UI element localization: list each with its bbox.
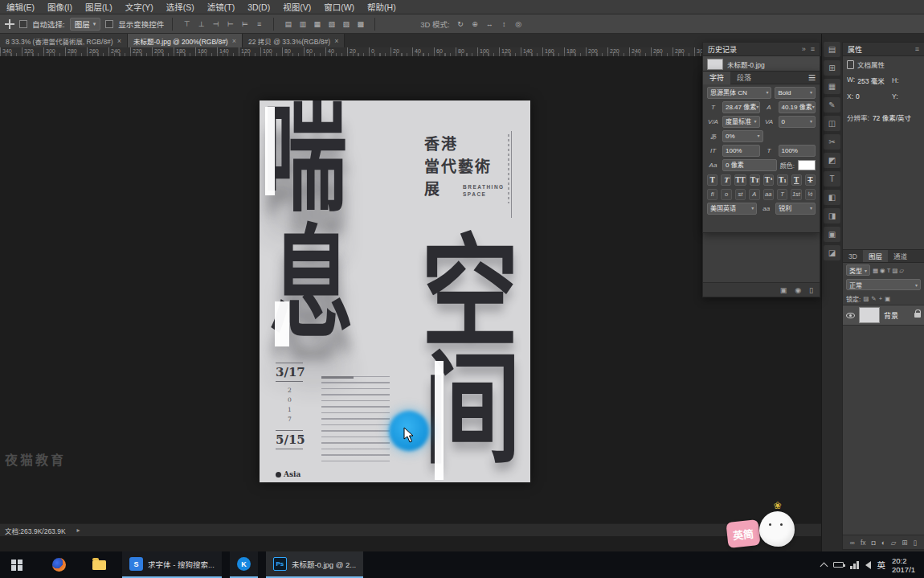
tracking-dropdown[interactable]: 0 ▾ bbox=[779, 116, 816, 128]
layer-row-background[interactable]: 背景 bbox=[843, 305, 924, 326]
all-caps-button[interactable]: TT bbox=[734, 174, 746, 186]
align-icon[interactable]: ⊣ bbox=[210, 18, 222, 30]
layers-footer-icon[interactable]: ⊞ bbox=[902, 539, 907, 547]
leading-field[interactable]: 40.19 像素 ▾ bbox=[779, 101, 816, 113]
menu-item[interactable]: 滤镜(T) bbox=[201, 0, 241, 14]
layer-filter-dropdown[interactable]: 类型 ▾ bbox=[846, 264, 870, 276]
font-size-field[interactable]: 28.47 像素 ▾ bbox=[722, 101, 760, 113]
tab-character[interactable]: 字符 bbox=[703, 72, 730, 84]
blend-mode-dropdown[interactable]: 正常 ▾ bbox=[846, 279, 921, 290]
file-explorer-button[interactable] bbox=[84, 551, 114, 578]
distribute-icon[interactable]: ▦ bbox=[311, 18, 323, 30]
start-button[interactable] bbox=[0, 551, 34, 578]
layers-footer-icon[interactable]: ◘ bbox=[872, 539, 876, 547]
distribute-icon[interactable]: ▩ bbox=[354, 18, 366, 30]
font-family-dropdown[interactable]: 思源黑体 CN ▾ bbox=[707, 87, 771, 99]
text-color-swatch[interactable] bbox=[798, 160, 816, 170]
tab-layers[interactable]: 图层 bbox=[863, 250, 888, 262]
menu-item[interactable]: 视图(V) bbox=[276, 0, 317, 14]
layers-footer-icon[interactable]: fx bbox=[861, 539, 866, 547]
align-icon[interactable]: ⊢ bbox=[224, 18, 236, 30]
faux-bold-button[interactable]: T bbox=[707, 174, 718, 186]
dock-panel-icon[interactable]: ◫ bbox=[824, 116, 840, 131]
show-transform-checkbox[interactable] bbox=[105, 20, 113, 28]
mascot-widget[interactable]: ❀ 英简 bbox=[721, 500, 811, 551]
align-icon[interactable]: ≡ bbox=[253, 18, 265, 30]
lock-option-icon[interactable]: ▣ bbox=[885, 295, 890, 302]
distribute-icon[interactable]: ▨ bbox=[340, 18, 352, 30]
align-icon[interactable]: ⊨ bbox=[239, 18, 251, 30]
menu-item[interactable]: 选择(S) bbox=[160, 0, 201, 14]
small-caps-button[interactable]: Tᴛ bbox=[750, 174, 761, 186]
3d-mode-icon[interactable]: ⊕ bbox=[469, 18, 481, 30]
opentype-feature-button[interactable]: 1st bbox=[791, 189, 801, 200]
font-style-dropdown[interactable]: Bold ▾ bbox=[775, 87, 816, 99]
visibility-eye-icon[interactable] bbox=[846, 313, 855, 318]
lock-option-icon[interactable]: ✎ bbox=[871, 295, 876, 302]
layers-footer-icon[interactable]: ∞ bbox=[850, 539, 855, 547]
auto-select-dropdown[interactable]: 图层 ▾ bbox=[70, 18, 101, 31]
horizontal-ruler[interactable]: 3403203002802602402202001801601401201008… bbox=[0, 47, 821, 57]
faux-italic-button[interactable]: T bbox=[721, 174, 731, 186]
dock-panel-icon[interactable]: ▦ bbox=[824, 79, 840, 94]
menu-item[interactable]: 窗口(W) bbox=[317, 0, 361, 14]
taskbar-app-photoshop[interactable]: Ps 未标题-0.jpg @ 2... bbox=[266, 551, 363, 578]
resolution-value[interactable]: 72 像素/英寸 bbox=[873, 113, 911, 122]
menu-item[interactable]: 3D(D) bbox=[241, 0, 276, 14]
dock-panel-icon[interactable]: T bbox=[824, 171, 840, 187]
collapse-icon[interactable]: » bbox=[802, 45, 806, 53]
dock-panel-icon[interactable]: ◨ bbox=[824, 208, 840, 223]
history-footer-icon[interactable]: ▣ bbox=[780, 286, 787, 294]
dock-panel-icon[interactable]: ◧ bbox=[824, 190, 840, 205]
dock-panel-icon[interactable]: ▣ bbox=[824, 227, 840, 242]
history-footer-icon[interactable]: ▯ bbox=[809, 286, 813, 294]
x-value[interactable]: 0 bbox=[856, 92, 860, 100]
3d-mode-icon[interactable]: ↔ bbox=[484, 18, 496, 30]
tsume-dropdown[interactable]: 0% ▾ bbox=[722, 130, 763, 142]
dock-panel-icon[interactable]: ▤ bbox=[824, 42, 840, 57]
language-dropdown[interactable]: 美国英语 ▾ bbox=[707, 203, 757, 215]
history-snapshot-row[interactable]: 未标题-0.jpg bbox=[703, 56, 820, 72]
input-method-indicator[interactable]: 英 bbox=[877, 559, 886, 571]
document-tab[interactable]: 22 拷贝 @ 33.3%(RGB/8#) × bbox=[243, 34, 345, 47]
horizontal-scale-field[interactable]: 100% bbox=[779, 145, 816, 157]
filter-type-icon[interactable]: ▨ bbox=[892, 267, 897, 274]
distribute-icon[interactable]: ▤ bbox=[282, 18, 294, 30]
volume-icon[interactable] bbox=[865, 561, 871, 569]
dock-panel-icon[interactable]: ✎ bbox=[824, 97, 840, 113]
menu-item[interactable]: 图层(L) bbox=[79, 0, 119, 14]
superscript-button[interactable]: T¹ bbox=[763, 174, 774, 186]
panel-menu-icon[interactable]: ≡ bbox=[808, 71, 820, 85]
opentype-feature-button[interactable]: o bbox=[721, 189, 731, 200]
filter-type-icon[interactable]: T bbox=[887, 267, 891, 274]
baseline-shift-field[interactable]: 0 像素 bbox=[722, 159, 777, 171]
opentype-feature-button[interactable]: fi bbox=[707, 189, 718, 200]
menu-item[interactable]: 帮助(H) bbox=[361, 0, 403, 14]
opentype-feature-button[interactable]: T bbox=[777, 189, 787, 200]
close-icon[interactable]: × bbox=[232, 37, 236, 45]
subscript-button[interactable]: T₁ bbox=[777, 174, 787, 186]
align-icon[interactable]: ⊤ bbox=[181, 18, 193, 30]
layers-footer-icon[interactable]: ▱ bbox=[891, 539, 897, 547]
width-value[interactable]: 253 毫米 bbox=[857, 76, 885, 85]
menu-item[interactable]: 图像(I) bbox=[41, 0, 79, 14]
opentype-feature-button[interactable]: st bbox=[735, 189, 746, 200]
document-tab[interactable]: 8 33.3% (香港當代藝術展, RGB/8#) × bbox=[0, 34, 128, 47]
panel-menu-icon[interactable]: ≡ bbox=[811, 45, 815, 53]
underline-button[interactable]: T bbox=[791, 174, 802, 186]
history-panel-title[interactable]: 历史记录 bbox=[708, 44, 737, 55]
move-tool-icon[interactable] bbox=[5, 19, 14, 29]
close-icon[interactable]: × bbox=[117, 37, 121, 45]
dock-panel-icon[interactable]: ◪ bbox=[824, 245, 840, 260]
distribute-icon[interactable]: ▧ bbox=[325, 18, 337, 30]
dock-panel-icon[interactable]: ✂ bbox=[824, 134, 840, 150]
filter-type-icon[interactable]: ▦ bbox=[873, 267, 878, 274]
tab-channels[interactable]: 通道 bbox=[888, 250, 913, 262]
document-tab-active[interactable]: 未标题-0.jpg @ 200%(RGB/8#) × bbox=[128, 34, 243, 47]
kerning-dropdown[interactable]: 度量标准 ▾ bbox=[722, 116, 760, 128]
auto-select-checkbox[interactable] bbox=[19, 20, 27, 28]
opentype-feature-button[interactable]: A bbox=[749, 189, 759, 200]
opentype-feature-button[interactable]: aa bbox=[763, 189, 774, 200]
filter-type-icon[interactable]: ▱ bbox=[899, 267, 904, 274]
dock-panel-icon[interactable]: ◩ bbox=[824, 153, 840, 168]
